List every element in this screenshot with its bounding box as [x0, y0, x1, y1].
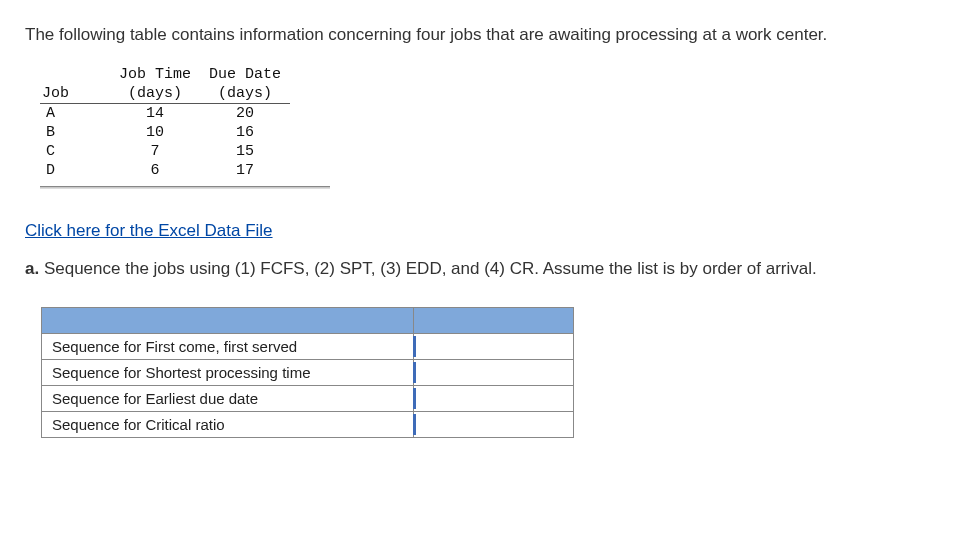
answer-row: Sequence for Earliest due date: [42, 386, 574, 412]
answer-label: Sequence for First come, first served: [42, 334, 414, 360]
cell: B: [40, 123, 110, 142]
col-header-job-time-sub: (days): [110, 84, 200, 104]
question-a-text: Sequence the jobs using (1) FCFS, (2) SP…: [39, 259, 817, 278]
table-bottom-border: [40, 186, 330, 189]
excel-data-file-link[interactable]: Click here for the Excel Data File: [25, 221, 273, 241]
input-marker-icon: [413, 414, 416, 435]
cell: 15: [200, 142, 290, 161]
col-header-job: Job: [40, 84, 110, 104]
table-row: B 10 16: [40, 123, 290, 142]
cell: 6: [110, 161, 200, 180]
answer-label: Sequence for Earliest due date: [42, 386, 414, 412]
cell: D: [40, 161, 110, 180]
table-row: A 14 20: [40, 104, 290, 124]
answer-label: Sequence for Critical ratio: [42, 412, 414, 438]
cell: 14: [110, 104, 200, 124]
fcfs-input[interactable]: [414, 335, 573, 359]
cell: 10: [110, 123, 200, 142]
cell: 16: [200, 123, 290, 142]
input-marker-icon: [413, 362, 416, 383]
table-row: C 7 15: [40, 142, 290, 161]
answer-row: Sequence for Critical ratio: [42, 412, 574, 438]
cell: 7: [110, 142, 200, 161]
answer-table: Sequence for First come, first served Se…: [41, 307, 574, 438]
col-header-due-date-sub: (days): [200, 84, 290, 104]
col-header-due-date-top: Due Date: [200, 65, 290, 84]
cell: A: [40, 104, 110, 124]
cr-input[interactable]: [414, 413, 573, 437]
cell: 20: [200, 104, 290, 124]
answer-label: Sequence for Shortest processing time: [42, 360, 414, 386]
col-header-job-time-top: Job Time: [110, 65, 200, 84]
spt-input[interactable]: [414, 361, 573, 385]
table-row: D 6 17: [40, 161, 290, 180]
intro-text: The following table contains information…: [25, 25, 950, 45]
edd-input[interactable]: [414, 387, 573, 411]
input-marker-icon: [413, 388, 416, 409]
answer-row: Sequence for Shortest processing time: [42, 360, 574, 386]
input-marker-icon: [413, 336, 416, 357]
question-a: a. Sequence the jobs using (1) FCFS, (2)…: [25, 259, 950, 279]
answer-table-header: [42, 308, 574, 334]
answer-row: Sequence for First come, first served: [42, 334, 574, 360]
job-data-table: Job Time Due Date Job (days) (days) A 14…: [40, 65, 290, 180]
cell: C: [40, 142, 110, 161]
question-a-label: a.: [25, 259, 39, 278]
cell: 17: [200, 161, 290, 180]
